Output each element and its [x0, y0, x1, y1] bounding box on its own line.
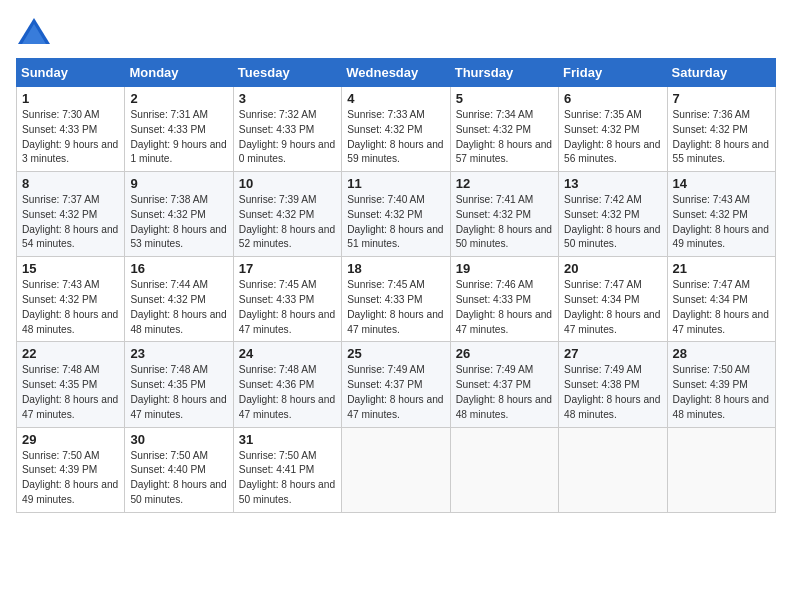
- day-info: Sunrise: 7:32 AMSunset: 4:33 PMDaylight:…: [239, 108, 336, 167]
- calendar-day-cell: 23Sunrise: 7:48 AMSunset: 4:35 PMDayligh…: [125, 342, 233, 427]
- calendar-day-cell: 14Sunrise: 7:43 AMSunset: 4:32 PMDayligh…: [667, 172, 775, 257]
- day-info: Sunrise: 7:37 AMSunset: 4:32 PMDaylight:…: [22, 193, 119, 252]
- day-number: 15: [22, 261, 119, 276]
- calendar-day-cell: 5Sunrise: 7:34 AMSunset: 4:32 PMDaylight…: [450, 87, 558, 172]
- weekday-header: Friday: [559, 59, 667, 87]
- day-info: Sunrise: 7:44 AMSunset: 4:32 PMDaylight:…: [130, 278, 227, 337]
- day-info: Sunrise: 7:46 AMSunset: 4:33 PMDaylight:…: [456, 278, 553, 337]
- calendar-day-cell: 20Sunrise: 7:47 AMSunset: 4:34 PMDayligh…: [559, 257, 667, 342]
- day-number: 1: [22, 91, 119, 106]
- day-number: 13: [564, 176, 661, 191]
- day-info: Sunrise: 7:45 AMSunset: 4:33 PMDaylight:…: [347, 278, 444, 337]
- day-number: 3: [239, 91, 336, 106]
- calendar-day-cell: 29Sunrise: 7:50 AMSunset: 4:39 PMDayligh…: [17, 427, 125, 512]
- day-number: 8: [22, 176, 119, 191]
- calendar-day-cell: 22Sunrise: 7:48 AMSunset: 4:35 PMDayligh…: [17, 342, 125, 427]
- calendar-day-cell: 28Sunrise: 7:50 AMSunset: 4:39 PMDayligh…: [667, 342, 775, 427]
- day-info: Sunrise: 7:30 AMSunset: 4:33 PMDaylight:…: [22, 108, 119, 167]
- calendar-day-cell: 8Sunrise: 7:37 AMSunset: 4:32 PMDaylight…: [17, 172, 125, 257]
- day-number: 18: [347, 261, 444, 276]
- day-number: 27: [564, 346, 661, 361]
- empty-cell: [667, 427, 775, 512]
- day-number: 2: [130, 91, 227, 106]
- calendar-day-cell: 1Sunrise: 7:30 AMSunset: 4:33 PMDaylight…: [17, 87, 125, 172]
- calendar-day-cell: 6Sunrise: 7:35 AMSunset: 4:32 PMDaylight…: [559, 87, 667, 172]
- day-number: 23: [130, 346, 227, 361]
- day-number: 30: [130, 432, 227, 447]
- day-number: 10: [239, 176, 336, 191]
- day-info: Sunrise: 7:50 AMSunset: 4:40 PMDaylight:…: [130, 449, 227, 508]
- day-info: Sunrise: 7:49 AMSunset: 4:37 PMDaylight:…: [347, 363, 444, 422]
- calendar-day-cell: 31Sunrise: 7:50 AMSunset: 4:41 PMDayligh…: [233, 427, 341, 512]
- day-number: 24: [239, 346, 336, 361]
- day-number: 5: [456, 91, 553, 106]
- day-number: 6: [564, 91, 661, 106]
- day-info: Sunrise: 7:48 AMSunset: 4:36 PMDaylight:…: [239, 363, 336, 422]
- day-number: 16: [130, 261, 227, 276]
- calendar-day-cell: 13Sunrise: 7:42 AMSunset: 4:32 PMDayligh…: [559, 172, 667, 257]
- day-number: 25: [347, 346, 444, 361]
- weekday-header: Saturday: [667, 59, 775, 87]
- day-info: Sunrise: 7:40 AMSunset: 4:32 PMDaylight:…: [347, 193, 444, 252]
- empty-cell: [450, 427, 558, 512]
- day-number: 7: [673, 91, 770, 106]
- day-number: 28: [673, 346, 770, 361]
- logo: [16, 16, 58, 46]
- day-info: Sunrise: 7:50 AMSunset: 4:39 PMDaylight:…: [673, 363, 770, 422]
- calendar-day-cell: 30Sunrise: 7:50 AMSunset: 4:40 PMDayligh…: [125, 427, 233, 512]
- weekday-header: Sunday: [17, 59, 125, 87]
- day-info: Sunrise: 7:50 AMSunset: 4:39 PMDaylight:…: [22, 449, 119, 508]
- calendar-header: SundayMondayTuesdayWednesdayThursdayFrid…: [17, 59, 776, 87]
- day-info: Sunrise: 7:47 AMSunset: 4:34 PMDaylight:…: [564, 278, 661, 337]
- calendar-day-cell: 18Sunrise: 7:45 AMSunset: 4:33 PMDayligh…: [342, 257, 450, 342]
- day-info: Sunrise: 7:41 AMSunset: 4:32 PMDaylight:…: [456, 193, 553, 252]
- day-number: 26: [456, 346, 553, 361]
- calendar-day-cell: 21Sunrise: 7:47 AMSunset: 4:34 PMDayligh…: [667, 257, 775, 342]
- calendar-day-cell: 3Sunrise: 7:32 AMSunset: 4:33 PMDaylight…: [233, 87, 341, 172]
- day-info: Sunrise: 7:47 AMSunset: 4:34 PMDaylight:…: [673, 278, 770, 337]
- calendar-day-cell: 17Sunrise: 7:45 AMSunset: 4:33 PMDayligh…: [233, 257, 341, 342]
- day-info: Sunrise: 7:43 AMSunset: 4:32 PMDaylight:…: [22, 278, 119, 337]
- day-number: 31: [239, 432, 336, 447]
- day-info: Sunrise: 7:42 AMSunset: 4:32 PMDaylight:…: [564, 193, 661, 252]
- calendar-day-cell: 16Sunrise: 7:44 AMSunset: 4:32 PMDayligh…: [125, 257, 233, 342]
- day-number: 29: [22, 432, 119, 447]
- day-info: Sunrise: 7:35 AMSunset: 4:32 PMDaylight:…: [564, 108, 661, 167]
- day-info: Sunrise: 7:34 AMSunset: 4:32 PMDaylight:…: [456, 108, 553, 167]
- day-info: Sunrise: 7:48 AMSunset: 4:35 PMDaylight:…: [130, 363, 227, 422]
- calendar-day-cell: 27Sunrise: 7:49 AMSunset: 4:38 PMDayligh…: [559, 342, 667, 427]
- calendar-table: SundayMondayTuesdayWednesdayThursdayFrid…: [16, 58, 776, 513]
- logo-icon: [16, 16, 52, 46]
- weekday-header: Thursday: [450, 59, 558, 87]
- day-number: 20: [564, 261, 661, 276]
- day-number: 12: [456, 176, 553, 191]
- day-info: Sunrise: 7:31 AMSunset: 4:33 PMDaylight:…: [130, 108, 227, 167]
- day-info: Sunrise: 7:48 AMSunset: 4:35 PMDaylight:…: [22, 363, 119, 422]
- day-number: 19: [456, 261, 553, 276]
- day-number: 9: [130, 176, 227, 191]
- day-info: Sunrise: 7:50 AMSunset: 4:41 PMDaylight:…: [239, 449, 336, 508]
- calendar-day-cell: 11Sunrise: 7:40 AMSunset: 4:32 PMDayligh…: [342, 172, 450, 257]
- day-number: 22: [22, 346, 119, 361]
- calendar-day-cell: 7Sunrise: 7:36 AMSunset: 4:32 PMDaylight…: [667, 87, 775, 172]
- day-number: 17: [239, 261, 336, 276]
- day-info: Sunrise: 7:43 AMSunset: 4:32 PMDaylight:…: [673, 193, 770, 252]
- day-info: Sunrise: 7:49 AMSunset: 4:38 PMDaylight:…: [564, 363, 661, 422]
- day-info: Sunrise: 7:36 AMSunset: 4:32 PMDaylight:…: [673, 108, 770, 167]
- weekday-header: Tuesday: [233, 59, 341, 87]
- calendar-day-cell: 26Sunrise: 7:49 AMSunset: 4:37 PMDayligh…: [450, 342, 558, 427]
- calendar-day-cell: 10Sunrise: 7:39 AMSunset: 4:32 PMDayligh…: [233, 172, 341, 257]
- calendar-day-cell: 12Sunrise: 7:41 AMSunset: 4:32 PMDayligh…: [450, 172, 558, 257]
- day-info: Sunrise: 7:38 AMSunset: 4:32 PMDaylight:…: [130, 193, 227, 252]
- empty-cell: [559, 427, 667, 512]
- empty-cell: [342, 427, 450, 512]
- day-number: 4: [347, 91, 444, 106]
- day-info: Sunrise: 7:33 AMSunset: 4:32 PMDaylight:…: [347, 108, 444, 167]
- day-number: 11: [347, 176, 444, 191]
- day-info: Sunrise: 7:45 AMSunset: 4:33 PMDaylight:…: [239, 278, 336, 337]
- day-info: Sunrise: 7:39 AMSunset: 4:32 PMDaylight:…: [239, 193, 336, 252]
- day-number: 21: [673, 261, 770, 276]
- weekday-header: Wednesday: [342, 59, 450, 87]
- calendar-day-cell: 4Sunrise: 7:33 AMSunset: 4:32 PMDaylight…: [342, 87, 450, 172]
- day-info: Sunrise: 7:49 AMSunset: 4:37 PMDaylight:…: [456, 363, 553, 422]
